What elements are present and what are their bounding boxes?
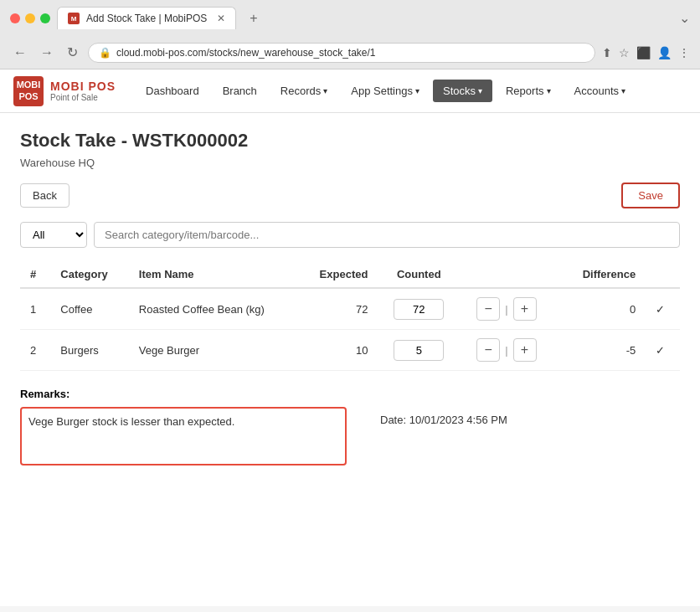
row2-separator: | [505, 344, 507, 357]
save-button[interactable]: Save [621, 183, 680, 208]
tab-close-icon[interactable]: ✕ [217, 13, 225, 24]
remarks-label: Remarks: [20, 388, 680, 400]
page-subtitle: Warehouse HQ [20, 157, 680, 169]
row2-difference: -5 [560, 330, 646, 371]
new-tab-button[interactable]: + [243, 8, 264, 29]
row1-difference: 0 [560, 288, 646, 330]
row2-counted-cell [378, 330, 460, 371]
table-row: 1 Coffee Roasted Coffee Bean (kg) 72 − |… [20, 288, 680, 330]
row1-minus-button[interactable]: − [476, 297, 500, 321]
nav-records[interactable]: Records ▾ [270, 78, 337, 104]
nav-accounts-label: Accounts [574, 85, 619, 97]
nav-branch[interactable]: Branch [213, 78, 267, 104]
nav-stocks[interactable]: Stocks ▾ [433, 80, 492, 102]
row1-plus-button[interactable]: + [513, 297, 537, 321]
overflow-icon[interactable]: ⌄ [679, 10, 690, 26]
col-num: # [20, 261, 50, 288]
share-button[interactable]: ⬆ [602, 46, 612, 59]
records-caret-icon: ▾ [323, 86, 327, 95]
stocks-caret-icon: ▾ [478, 86, 482, 95]
extension-button[interactable]: ⬛ [636, 46, 651, 59]
bookmark-button[interactable]: ☆ [619, 46, 630, 59]
logo-icon: MOBIPOS [13, 76, 44, 106]
more-button[interactable]: ⋮ [678, 46, 690, 59]
row2-expected: 10 [298, 330, 378, 371]
col-controls [460, 261, 560, 288]
nav-reports-label: Reports [506, 85, 544, 97]
nav-stocks-label: Stocks [443, 85, 476, 97]
logo: MOBIPOS MOBI POS Point of Sale [13, 76, 116, 106]
logo-text: MOBI POS Point of Sale [50, 80, 116, 102]
reports-caret-icon: ▾ [547, 86, 551, 95]
tab-title: Add Stock Take | MobiPOS [86, 13, 207, 24]
stock-table: # Category Item Name Expected Counted Di… [20, 261, 680, 371]
logo-name: MOBI POS [50, 80, 116, 93]
col-difference: Difference [560, 261, 646, 288]
row1-num: 1 [20, 288, 50, 330]
nav-app-settings-label: App Settings [351, 85, 413, 97]
address-bar[interactable]: 🔒 cloud.mobi-pos.com/stocks/new_warehous… [88, 43, 595, 63]
col-item-name: Item Name [129, 261, 298, 288]
logo-subtitle: Point of Sale [50, 93, 116, 102]
row1-counted-input[interactable] [394, 299, 444, 320]
window-controls [10, 13, 50, 23]
back-button[interactable]: Back [20, 183, 69, 208]
nav-records-label: Records [281, 85, 321, 97]
app-container: MOBIPOS MOBI POS Point of Sale Dashboard… [0, 69, 700, 606]
maximize-dot[interactable] [40, 13, 50, 23]
navbar: MOBIPOS MOBI POS Point of Sale Dashboard… [0, 69, 700, 113]
row2-category: Burgers [50, 330, 128, 371]
forward-nav-button[interactable]: → [37, 42, 57, 64]
nav-items: Dashboard Branch Records ▾ App Settings … [136, 78, 636, 104]
row2-controls: − | + [460, 330, 560, 371]
row2-num: 2 [20, 330, 50, 371]
col-counted: Counted [378, 261, 460, 288]
table-row: 2 Burgers Vege Burger 10 − | + -5 [20, 330, 680, 371]
app-settings-caret-icon: ▾ [415, 86, 419, 95]
date-label: Date: 10/01/2023 4:56 PM [380, 414, 507, 426]
main-content: Stock Take - WSTK000002 Warehouse HQ Bac… [0, 113, 700, 482]
filters: All [20, 222, 680, 248]
browser-chrome: M Add Stock Take | MobiPOS ✕ + ⌄ ← → ↻ 🔒… [0, 0, 700, 69]
row1-counted-cell [378, 288, 460, 330]
remarks-row: Vege Burger stock is lesser than expecte… [20, 407, 680, 465]
row1-item-name: Roasted Coffee Bean (kg) [129, 288, 298, 330]
reload-button[interactable]: ↻ [64, 41, 81, 64]
row2-counted-input[interactable] [394, 340, 444, 361]
lock-icon: 🔒 [99, 47, 111, 59]
remarks-textarea[interactable]: Vege Burger stock is lesser than expecte… [20, 407, 347, 465]
nav-accounts[interactable]: Accounts ▾ [564, 78, 636, 104]
table-header-row: # Category Item Name Expected Counted Di… [20, 261, 680, 288]
page-title: Stock Take - WSTK000002 [20, 130, 680, 152]
col-category: Category [50, 261, 128, 288]
minimize-dot[interactable] [25, 13, 35, 23]
nav-app-settings[interactable]: App Settings ▾ [341, 78, 430, 104]
row1-controls: − | + [460, 288, 560, 330]
back-nav-button[interactable]: ← [10, 42, 30, 64]
row1-separator: | [505, 303, 507, 316]
category-filter[interactable]: All [20, 222, 87, 248]
accounts-caret-icon: ▾ [621, 86, 625, 95]
row2-item-name: Vege Burger [129, 330, 298, 371]
nav-reports[interactable]: Reports ▾ [496, 78, 561, 104]
row2-minus-button[interactable]: − [476, 338, 500, 362]
col-expected: Expected [298, 261, 378, 288]
search-input[interactable] [94, 222, 680, 248]
row1-check-icon: ✓ [646, 288, 680, 330]
url-text: cloud.mobi-pos.com/stocks/new_warehouse_… [116, 47, 376, 59]
tab-favicon: M [68, 13, 80, 24]
close-dot[interactable] [10, 13, 20, 23]
profile-button[interactable]: 👤 [657, 46, 672, 59]
nav-dashboard[interactable]: Dashboard [136, 78, 209, 104]
col-check [646, 261, 680, 288]
row1-expected: 72 [298, 288, 378, 330]
toolbar: Back Save [20, 183, 680, 208]
browser-tab[interactable]: M Add Stock Take | MobiPOS ✕ [57, 7, 236, 29]
remarks-section: Remarks: Vege Burger stock is lesser tha… [20, 388, 680, 465]
row2-plus-button[interactable]: + [513, 338, 537, 362]
row1-category: Coffee [50, 288, 128, 330]
row2-check-icon: ✓ [646, 330, 680, 371]
